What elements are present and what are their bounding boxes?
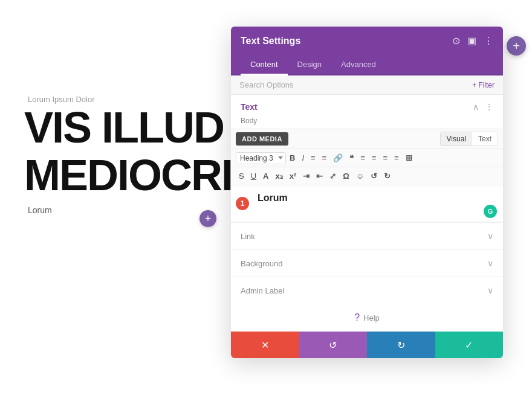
- add-module-button[interactable]: +: [507, 36, 526, 56]
- emoji-button[interactable]: ☺: [353, 170, 367, 182]
- editor-toolbar-row3: S U A x₂ x² ⇥ ⇤ ⤢ Ω ☺ ↺ ↻: [231, 167, 503, 185]
- editor-content-wrap: 1 Lorum G: [231, 185, 503, 222]
- undo-button[interactable]: ↺: [299, 332, 368, 358]
- more-icon[interactable]: ⋮: [484, 35, 493, 46]
- tab-design[interactable]: Design: [288, 55, 331, 75]
- strikethrough-button[interactable]: S: [236, 170, 247, 182]
- section-more-icon[interactable]: ⋮: [485, 102, 493, 112]
- background-chevron-icon: ∨: [487, 258, 493, 268]
- editor-toolbar-row1: ADD MEDIA Visual Text: [231, 129, 503, 149]
- panel-header: Text Settings ⊙ ▣ ⋮: [231, 27, 503, 55]
- panel-tabs: Content Design Advanced: [231, 55, 503, 75]
- undo-editor-button[interactable]: ↺: [368, 170, 380, 182]
- canvas-label: Lorum Ipsum Dolor: [28, 95, 95, 104]
- underline-button[interactable]: U: [248, 170, 259, 182]
- visual-text-toggle: Visual Text: [440, 132, 498, 146]
- link-section[interactable]: Link ∨: [231, 222, 503, 249]
- help-label[interactable]: Help: [363, 313, 380, 322]
- ol-button[interactable]: ≡: [319, 152, 330, 164]
- cancel-button[interactable]: ✕: [231, 332, 299, 358]
- body-label: Body: [231, 117, 503, 129]
- quote-button[interactable]: ❝: [346, 152, 357, 164]
- text-section-icons: ∧ ⋮: [473, 102, 493, 112]
- fullscreen-button[interactable]: ⤢: [326, 170, 339, 182]
- link-chevron-icon: ∨: [487, 231, 493, 241]
- link-button[interactable]: 🔗: [330, 152, 346, 164]
- color-button[interactable]: A: [260, 170, 271, 182]
- canvas-sub: Lorum: [28, 205, 52, 215]
- focus-icon[interactable]: ⊙: [452, 35, 460, 46]
- settings-panel: Text Settings ⊙ ▣ ⋮ Content Design Advan…: [231, 27, 503, 358]
- text-button[interactable]: Text: [472, 132, 498, 146]
- add-media-button[interactable]: ADD MEDIA: [236, 132, 288, 146]
- columns-icon[interactable]: ▣: [467, 35, 476, 46]
- panel-search: Search Options + Filter: [231, 75, 503, 95]
- outdent-button[interactable]: ⇤: [313, 170, 326, 182]
- panel-title: Text Settings: [241, 36, 300, 46]
- background-section[interactable]: Background ∨: [231, 249, 503, 277]
- visual-button[interactable]: Visual: [441, 132, 472, 146]
- editor-text: Lorum: [258, 193, 288, 204]
- collapse-icon[interactable]: ∧: [473, 102, 479, 112]
- align-left-button[interactable]: ≡: [357, 152, 368, 164]
- help-row: ? Help: [231, 304, 503, 332]
- grammarly-icon: G: [484, 205, 497, 218]
- editor-toolbar-row2: Heading 3 Heading 1 Heading 2 Paragraph …: [231, 149, 503, 167]
- subscript-button[interactable]: x₂: [272, 170, 285, 182]
- align-center-button[interactable]: ≡: [369, 152, 380, 164]
- bold-button[interactable]: B: [287, 152, 298, 164]
- redo-button[interactable]: ↻: [367, 332, 435, 358]
- superscript-button[interactable]: x²: [287, 170, 300, 182]
- text-section: Text ∧ ⋮ Body ADD MEDIA Visual Text Head…: [231, 95, 503, 222]
- save-button[interactable]: ✓: [435, 332, 504, 358]
- panel-body: Text ∧ ⋮ Body ADD MEDIA Visual Text Head…: [231, 95, 503, 332]
- ul-button[interactable]: ≡: [308, 152, 319, 164]
- heading-select[interactable]: Heading 3 Heading 1 Heading 2 Paragraph: [236, 152, 286, 164]
- admin-label-section[interactable]: Admin Label ∨: [231, 277, 503, 304]
- background-label: Background: [241, 259, 282, 268]
- search-placeholder: Search Options: [239, 80, 294, 89]
- admin-label-label: Admin Label: [241, 286, 284, 295]
- special-char-button[interactable]: Ω: [340, 170, 352, 182]
- redo-editor-button[interactable]: ↻: [381, 170, 394, 182]
- step-badge: 1: [236, 197, 249, 210]
- indent-button[interactable]: ⇥: [300, 170, 313, 182]
- italic-button[interactable]: I: [299, 152, 307, 164]
- tab-advanced[interactable]: Advanced: [331, 55, 386, 75]
- text-section-title: Text: [241, 102, 258, 112]
- align-right-button[interactable]: ≡: [380, 152, 391, 164]
- link-label: Link: [241, 232, 255, 241]
- filter-button[interactable]: + Filter: [472, 81, 495, 89]
- panel-header-icons: ⊙ ▣ ⋮: [452, 35, 493, 46]
- editor-content[interactable]: 1 Lorum G: [231, 185, 503, 222]
- table-button[interactable]: ⊞: [403, 152, 415, 164]
- text-section-header: Text ∧ ⋮: [231, 95, 503, 117]
- help-icon[interactable]: ?: [354, 312, 360, 323]
- align-justify-button[interactable]: ≡: [391, 152, 402, 164]
- tab-content[interactable]: Content: [241, 55, 288, 75]
- add-row-button[interactable]: +: [199, 210, 216, 227]
- panel-footer: ✕ ↺ ↻ ✓: [231, 332, 503, 358]
- admin-label-chevron-icon: ∨: [487, 286, 493, 295]
